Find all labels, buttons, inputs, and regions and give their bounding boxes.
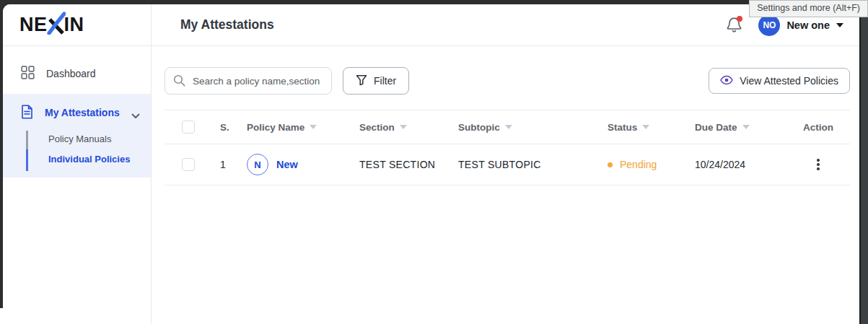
policy-initial-badge: N [247,154,268,175]
funnel-icon [356,74,367,88]
status-dot-icon [608,162,613,167]
search-box [165,67,332,95]
column-header-due-date[interactable]: Due Date [689,122,786,133]
select-all-checkbox[interactable] [182,121,195,133]
status-label: Pending [620,159,657,170]
view-attested-policies-button[interactable]: View Attested Policies [709,68,850,94]
logo-container: NE IN [3,4,152,45]
sidebar-subitem-label: Policy Manuals [48,133,111,144]
search-input[interactable] [165,67,332,95]
column-header-policy-name[interactable]: Policy Name [238,122,354,133]
browser-tooltip: Settings and more (Alt+F) [749,0,868,17]
app-window: NE IN My Attestations NO New one [3,4,859,324]
sidebar-subnav: Policy Manuals Individual Policies [3,128,151,169]
column-header-serial[interactable]: S. [209,122,238,133]
view-attested-policies-label: View Attested Policies [740,75,838,87]
sidebar-item-my-attestations[interactable]: My Attestations [3,100,151,125]
user-menu-caret-icon[interactable] [836,23,843,27]
row-checkbox[interactable] [182,158,195,171]
column-label: Section [359,122,395,133]
sidebar-group-my-attestations: My Attestations Policy Manuals Individua… [3,94,151,178]
subnav-track-inactive [26,131,28,149]
table-header-row: S. Policy Name Section Subtopic Status [165,110,850,144]
sidebar-subitem-label: Individual Policies [48,154,130,165]
sidebar-item-policy-manuals[interactable]: Policy Manuals [3,128,151,149]
row-actions-kebab-icon[interactable] [814,156,823,173]
table-row: 1 N New TEST SECTION TEST SUBTOPIC Pendi… [165,144,850,185]
policy-name-cell: N New [238,154,354,175]
column-label: Status [608,122,637,133]
policy-name-link[interactable]: New [276,159,298,170]
sort-arrow-icon[interactable] [642,125,649,129]
filter-button[interactable]: Filter [343,67,409,95]
sidebar-item-label: Dashboard [46,68,96,79]
main-content: Filter View Attested Policies S. [152,46,859,324]
column-header-action: Action [786,122,850,133]
logo-x-icon [48,10,64,40]
eye-icon [720,75,733,87]
sidebar-item-label: My Attestations [45,107,120,118]
notifications-button[interactable] [726,16,743,35]
document-icon [21,105,33,121]
chevron-down-icon[interactable] [131,110,140,121]
sort-arrow-icon[interactable] [742,125,750,129]
header-actions: NO New one [726,14,859,36]
attestations-table: S. Policy Name Section Subtopic Status [165,110,850,185]
sidebar-item-dashboard[interactable]: Dashboard [3,59,151,88]
window-edge-right [859,0,868,324]
action-cell [786,156,850,173]
dashboard-grid-icon [21,66,35,82]
bell-icon [726,24,742,36]
subnav-track [26,131,28,171]
nexin-logo[interactable]: NE IN [19,10,84,40]
row-select-cell [165,158,209,171]
logo-text-right: IN [64,14,84,36]
top-bar: NE IN My Attestations NO New one [3,4,859,46]
subnav-track-active-indicator [26,149,28,171]
column-label: S. [220,122,229,133]
status-badge: Pending [608,159,689,170]
filter-button-label: Filter [374,75,396,87]
subtopic-cell: TEST SUBTOPIC [455,159,602,170]
page-title: My Attestations [180,17,274,32]
serial-cell: 1 [209,159,238,170]
column-header-status[interactable]: Status [602,122,689,133]
logo-text-left: NE [19,14,48,36]
header-select-all-cell [165,121,209,133]
sidebar: Dashboard My Attestations [3,46,152,324]
sort-arrow-icon[interactable] [505,125,512,129]
due-date-cell: 10/24/2024 [689,159,786,170]
window-edge-gap [0,308,3,324]
search-icon [173,74,185,89]
column-header-subtopic[interactable]: Subtopic [455,122,602,133]
sort-arrow-icon[interactable] [310,125,317,129]
column-label: Action [803,122,833,133]
status-cell-wrap: Pending [602,159,689,170]
column-header-section[interactable]: Section [354,122,455,133]
sidebar-item-individual-policies[interactable]: Individual Policies [3,149,151,169]
sort-arrow-icon[interactable] [400,125,407,129]
column-label: Policy Name [247,122,304,133]
section-cell: TEST SECTION [354,159,455,170]
user-avatar[interactable]: NO [758,14,780,36]
toolbar: Filter View Attested Policies [165,67,850,95]
notification-badge [737,16,742,22]
user-name: New one [786,19,830,31]
column-label: Due Date [695,122,737,133]
column-label: Subtopic [458,122,500,133]
